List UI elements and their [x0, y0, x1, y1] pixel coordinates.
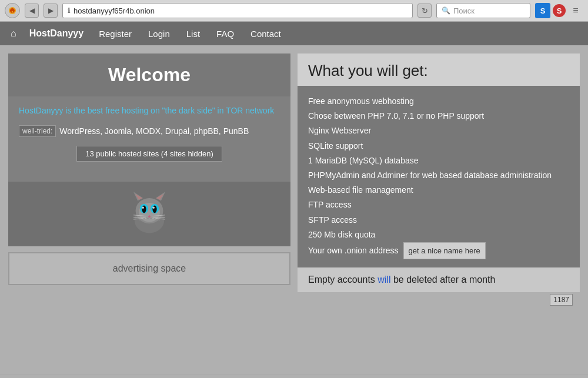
skype-icon[interactable]: S	[535, 3, 550, 18]
will-text: will	[377, 275, 390, 285]
what-you-get-container: What you will get: Free anonymous webhos…	[298, 53, 580, 292]
feature-quota: 250 Mb disk quota	[308, 228, 569, 242]
feature-php: Chose between PHP 7.0, 7.1 or no PHP sup…	[308, 109, 569, 123]
info-icon: ℹ	[68, 6, 71, 15]
ad-text: advertising space	[113, 263, 186, 274]
feature-file-mgmt: Web-based file management	[308, 183, 569, 198]
feature-sqlite: SQLite support	[308, 139, 569, 153]
svg-point-13	[152, 206, 155, 209]
hosted-sites-button[interactable]: 13 public hosted sites (4 sites hidden)	[76, 146, 222, 162]
no-script-icon[interactable]: S	[553, 4, 566, 17]
forward-button[interactable]: ▶	[44, 4, 58, 18]
well-tried-apps: WordPress, Joomla, MODX, Drupal, phpBB, …	[59, 125, 249, 138]
feature-mariadb: 1 MariaDB (MySQL) database	[308, 153, 569, 168]
cat-image-box	[8, 182, 290, 246]
get-nice-name-button[interactable]: get a nice name here	[403, 242, 486, 259]
search-bar[interactable]: 🔍 Поиск	[436, 3, 530, 18]
home-button[interactable]: ⌂	[5, 25, 22, 42]
search-placeholder: Поиск	[453, 6, 475, 15]
advertising-space: advertising space	[8, 252, 290, 285]
feature-onion: Your own .onion address get a nice name …	[308, 242, 569, 259]
firefox-menu-button[interactable]	[5, 3, 20, 18]
onion-prefix-text: Your own .onion address	[308, 243, 399, 258]
empty-accounts-text-part1: Empty accounts	[308, 275, 377, 285]
browser-chrome: ◀ ▶ ℹ hostdanyyyf65r4b.onion ↻ 🔍 Поиск S…	[0, 0, 588, 22]
well-tried-section: well-tried: WordPress, Joomla, MODX, Dru…	[19, 125, 280, 138]
svg-point-11	[152, 206, 156, 213]
welcome-body: HostDanyyy is the best free hosting on "…	[8, 96, 290, 182]
feature-webhosting: Free anonymous webhosting	[308, 94, 569, 109]
browser-menu-button[interactable]: ≡	[568, 3, 583, 18]
refresh-button[interactable]: ↻	[417, 4, 432, 18]
feature-ftp: FTP access	[308, 198, 569, 212]
nav-login[interactable]: Login	[140, 25, 178, 42]
page-footer: hostdanyyyf65r4b.onion	[0, 374, 588, 378]
feature-list: Free anonymous webhosting Chose between …	[298, 86, 580, 267]
nav-faq[interactable]: FAQ	[208, 25, 242, 42]
right-panel: What you will get: Free anonymous webhos…	[298, 53, 580, 307]
url-text: hostdanyyyf65r4b.onion	[74, 6, 155, 15]
nav-register[interactable]: Register	[91, 25, 140, 42]
address-bar[interactable]: ℹ hostdanyyyf65r4b.onion	[62, 3, 413, 18]
site-name[interactable]: HostDanyyy	[22, 25, 91, 42]
svg-point-12	[142, 206, 144, 209]
page-content: Welcome HostDanyyy is the best free host…	[0, 45, 588, 374]
what-you-get-header: What you will get:	[298, 53, 580, 86]
page-counter: 1187	[298, 292, 580, 307]
welcome-box: Welcome HostDanyyy is the best free host…	[8, 53, 290, 246]
browser-icons: S S ≡	[535, 3, 583, 18]
nav-list[interactable]: List	[178, 25, 208, 42]
feature-nginx: Nginx Webserver	[308, 123, 569, 138]
nav-contact[interactable]: Contact	[242, 25, 289, 42]
svg-point-10	[142, 206, 146, 213]
search-icon: 🔍	[442, 6, 450, 15]
left-panel: Welcome HostDanyyy is the best free host…	[8, 53, 290, 307]
browser-titlebar: ◀ ▶ ℹ hostdanyyyf65r4b.onion ↻ 🔍 Поиск S…	[0, 0, 588, 21]
empty-accounts-text-part2: be deleted after a month	[391, 275, 496, 285]
nav-links: Register Login List FAQ Contact	[91, 25, 289, 42]
main-layout: Welcome HostDanyyy is the best free host…	[8, 53, 580, 307]
back-button[interactable]: ◀	[25, 4, 39, 18]
welcome-title: Welcome	[19, 64, 280, 86]
feature-sftp: SFTP access	[308, 213, 569, 228]
cheshire-cat-image	[123, 188, 176, 240]
welcome-description: HostDanyyy is the best free hosting on "…	[19, 105, 280, 117]
page-counter-badge: 1187	[550, 294, 573, 306]
empty-accounts-notice: Empty accounts will be deleted after a m…	[298, 267, 580, 292]
well-tried-badge: well-tried:	[19, 125, 56, 137]
what-you-get-title: What you will get:	[308, 62, 569, 80]
feature-phpmyadmin: PHPMyAdmin and Adminer for web based dat…	[308, 168, 569, 183]
welcome-header: Welcome	[8, 53, 290, 96]
navigation-bar: ⌂ HostDanyyy Register Login List FAQ Con…	[0, 22, 588, 45]
